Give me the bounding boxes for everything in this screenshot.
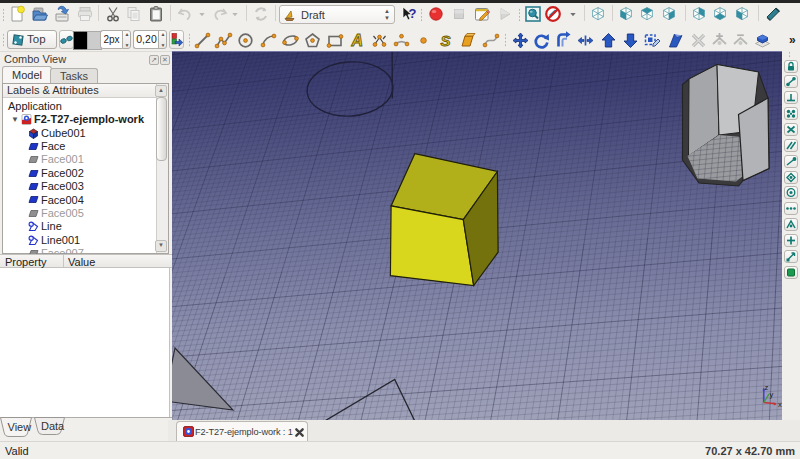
- svg-text:Data: Data: [41, 420, 65, 432]
- svg-text:z: z: [765, 383, 769, 392]
- svg-text:A: A: [350, 32, 363, 49]
- svg-text:S: S: [440, 32, 450, 49]
- svg-text:View: View: [8, 421, 32, 433]
- svg-text:y: y: [770, 390, 774, 399]
- svg-text:?: ?: [409, 6, 417, 21]
